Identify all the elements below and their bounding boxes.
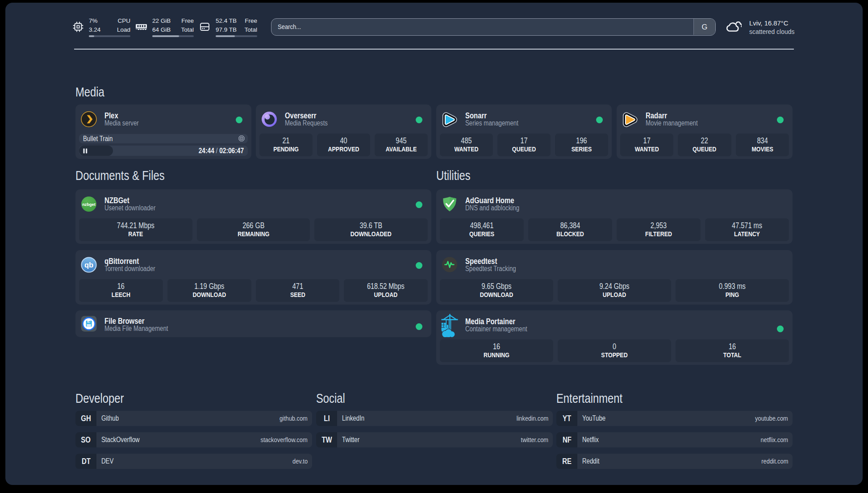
svg-text:nzbget: nzbget <box>82 202 96 207</box>
svg-text:qb: qb <box>84 261 93 269</box>
